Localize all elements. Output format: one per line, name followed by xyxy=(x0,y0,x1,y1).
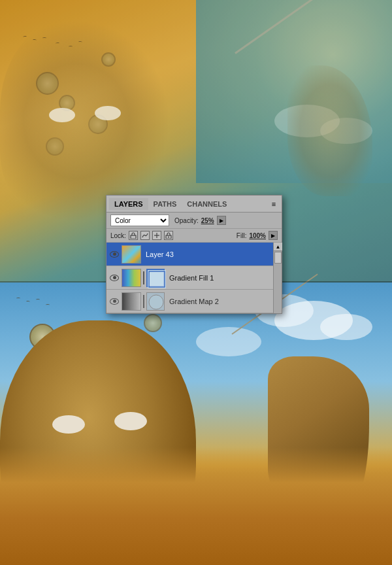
face-top xyxy=(0,20,170,222)
mask-link-container xyxy=(143,269,165,287)
svg-rect-0 xyxy=(131,235,136,239)
layer-item-layer43[interactable]: Layer 43 xyxy=(106,243,282,266)
thumb-layer43 xyxy=(122,245,141,264)
panel-menu-icon[interactable]: ≡ xyxy=(269,199,279,209)
fill-arrow[interactable]: ▶ xyxy=(269,231,278,240)
cloud-3 xyxy=(320,314,372,340)
cloud-4 xyxy=(196,327,261,356)
lock-pixels-icon[interactable] xyxy=(140,231,150,240)
layer-name-gradient-map: Gradient Map 2 xyxy=(167,298,219,305)
svg-rect-5 xyxy=(148,270,166,288)
eye-left-bottom xyxy=(52,415,85,434)
svg-point-4 xyxy=(168,237,169,238)
lock-row: Lock: Fill: 100% ▶ xyxy=(106,229,282,243)
tab-layers[interactable]: LAYERS xyxy=(109,198,148,210)
svg-point-7 xyxy=(149,295,163,309)
scrollbar[interactable]: ▲ xyxy=(273,243,282,313)
layer-name-layer43: Layer 43 xyxy=(143,250,174,258)
eye-symbol-layer43 xyxy=(110,251,119,258)
blend-mode-select[interactable]: Color Normal Multiply Screen Overlay xyxy=(110,214,169,226)
layer-mask-link-2 xyxy=(143,295,144,308)
eye-right-bottom xyxy=(114,412,147,430)
mask-thumb-gradient-map xyxy=(146,292,165,311)
blend-mode-row: Color Normal Multiply Screen Overlay Opa… xyxy=(106,213,282,229)
layer-item-gradient-map[interactable]: Gradient Map 2 xyxy=(106,290,282,313)
lock-label: Lock: xyxy=(110,232,126,239)
clock-b5 xyxy=(144,314,162,332)
bird-b1 xyxy=(16,298,20,300)
layers-list: ▲ Layer 43 xyxy=(106,243,282,313)
eye-left-top xyxy=(49,108,75,122)
scroll-thumb[interactable] xyxy=(274,252,282,264)
sand-bottom xyxy=(0,447,392,565)
mask-link-container-2 xyxy=(143,292,165,311)
opacity-label: Opacity: xyxy=(174,217,199,224)
fill-value[interactable]: 100% xyxy=(249,232,266,239)
scroll-up-btn[interactable]: ▲ xyxy=(274,243,282,251)
fill-label: Fill: xyxy=(237,232,247,239)
eye-visibility-layer43[interactable] xyxy=(109,249,120,260)
bird-b4 xyxy=(46,304,50,306)
eye-right-top xyxy=(95,106,121,120)
tab-channels[interactable]: CHANNELS xyxy=(182,198,232,210)
bird-b3 xyxy=(36,299,40,301)
layer-mask-link xyxy=(143,271,144,284)
opacity-value[interactable]: 25% xyxy=(201,217,214,224)
lock-transparent-icon[interactable] xyxy=(129,231,138,240)
lock-all-icon[interactable] xyxy=(164,231,173,240)
layer-item-gradient-fill[interactable]: Gradient Fill 1 xyxy=(106,266,282,290)
eye-symbol-gradient-fill xyxy=(110,275,119,281)
layers-panel: LAYERS PATHS CHANNELS ≡ Color Normal Mul… xyxy=(106,195,282,314)
lock-position-icon[interactable] xyxy=(152,231,161,240)
eye-visibility-gradient-fill[interactable] xyxy=(109,273,120,283)
thumb-gradient-fill xyxy=(122,269,141,287)
layer-name-gradient-fill: Gradient Fill 1 xyxy=(167,274,214,282)
eye-symbol-gradient-map xyxy=(110,298,119,305)
thumb-gradient-map xyxy=(122,292,141,311)
birds-bottom-area xyxy=(13,298,65,324)
opacity-arrow[interactable]: ▶ xyxy=(217,216,226,225)
panel-header: LAYERS PATHS CHANNELS ≡ xyxy=(106,196,282,213)
eye-visibility-gradient-map[interactable] xyxy=(109,296,120,307)
bird-b2 xyxy=(26,301,30,303)
tab-paths[interactable]: PATHS xyxy=(148,198,182,210)
mask-thumb-gradient-fill xyxy=(146,269,165,287)
